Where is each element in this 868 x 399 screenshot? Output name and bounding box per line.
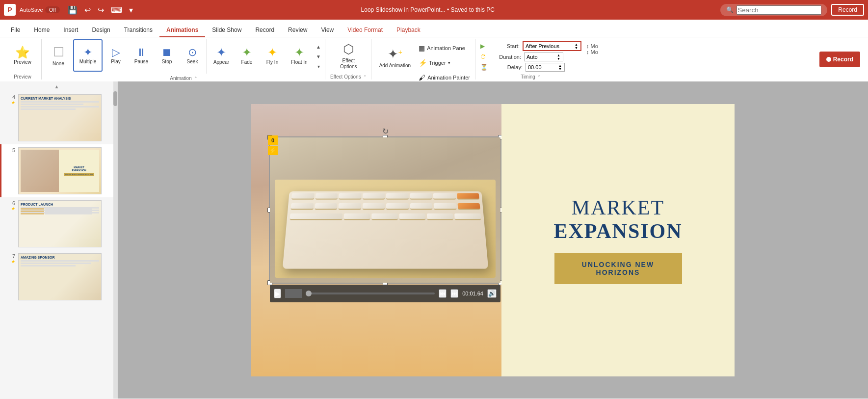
appear-animation-button[interactable]: ✦ Appear [209,39,234,72]
effect-options-group: ⬡ EffectOptions Effect Options ⌃ [326,39,371,80]
search-wrapper: 🔍 [720,4,827,16]
record-ribbon-button[interactable]: Record [819,52,860,67]
tab-view[interactable]: View [314,24,341,37]
advanced-animation-group: ✦+ Add Animation ▦ Animation Pane ⚡ Trig… [372,39,475,80]
tab-record[interactable]: Record [248,24,281,37]
fly-in-animation-button[interactable]: ✦ Fly In [260,39,285,72]
video-play-button[interactable]: ▶ [274,289,281,298]
autosave-toggle[interactable]: Off [45,6,60,13]
stop-icon: ⏹ [161,47,172,58]
delay-spin-down[interactable]: ▼ [558,67,562,71]
delay-value[interactable]: 00.00 ▲ ▼ [526,63,565,72]
tab-transitions[interactable]: Transitions [117,24,159,37]
slide-thumb-4[interactable]: 4 ★ CURRENT MARKET ANALYSIS [0,91,117,144]
animation-group-expand-icon[interactable]: ⌃ [194,76,198,81]
video-element[interactable]: ↻ [269,136,501,284]
start-spin-down[interactable]: ▼ [574,46,579,50]
save-button[interactable]: 💾 [66,4,79,16]
key-orange [457,203,480,210]
float-in-animation-button[interactable]: ✦ Float In [286,39,313,72]
scroll-down-button[interactable]: ▼ [314,52,323,61]
scrollbar-thumb[interactable] [113,91,117,106]
scroll-up-button[interactable]: ▲ [314,42,323,52]
video-volume-button[interactable]: 🔊 [487,289,497,298]
preview-button[interactable]: ⭐ Preview [8,40,37,72]
key [291,193,314,199]
duration-spin-up[interactable]: ▲ [556,53,561,57]
trigger-button[interactable]: ⚡ Trigger ▾ [417,56,472,70]
slide-canvas: 0 ⚡ ↻ [251,104,735,376]
duration-label: Duration: [489,54,521,60]
quick-access-button[interactable]: ⌨ [109,4,124,16]
tab-animations[interactable]: Animations [159,24,205,37]
more-timing-area: ↕ Mo ↕ Mo [586,39,598,80]
effect-options-expand-icon[interactable]: ⌃ [363,75,367,80]
customize-button[interactable]: ▾ [127,4,135,16]
preview-label: Preview [14,59,31,65]
key [371,213,398,219]
animation-badge-0: 0 [268,135,278,145]
duration-spin-down[interactable]: ▼ [556,57,561,60]
none-animation-button[interactable]: ☐ None [45,39,72,72]
title-bar: P AutoSave Off 💾 ↩ ↪ ⌨ ▾ Loop Slideshow … [0,0,868,20]
fade-icon: ✦ [242,47,252,58]
autosave-label: AutoSave [20,7,43,13]
effect-options-icon: ⬡ [343,42,354,57]
tab-file[interactable]: File [4,24,27,37]
record-dot-icon [826,57,831,62]
tab-playback[interactable]: Playback [390,24,427,37]
video-progress-thumb[interactable] [306,291,312,296]
tab-review[interactable]: Review [281,24,314,37]
search-input[interactable] [736,5,821,15]
pause-animation-button[interactable]: ⏸ Pause [129,39,154,72]
unlocking-button: UNLOCKING NEW HORIZONS [554,253,682,284]
delay-spin-up[interactable]: ▲ [558,64,562,67]
video-prev-frame-button[interactable]: ⏮ [439,289,447,298]
tab-video-format[interactable]: Video Format [341,24,390,37]
tab-home[interactable]: Home [27,24,56,37]
add-animation-button[interactable]: ✦+ Add Animation [375,41,415,74]
stop-animation-button[interactable]: ⏹ Stop [155,39,179,72]
record-title-bar-button[interactable]: Record [831,4,864,16]
record-area: Record [819,39,864,80]
redo-button[interactable]: ↪ [96,4,106,16]
key [290,203,314,210]
more-label: ↕ Mo [586,43,598,49]
start-spin-up[interactable]: ▲ [574,43,579,46]
slide-img-5: MARKET EXPANSION UNLOCKING NEW HORIZONS [18,147,102,194]
autosave-area: AutoSave Off [20,6,60,13]
tab-insert[interactable]: Insert [56,24,85,37]
tab-slideshow[interactable]: Slide Show [205,24,248,37]
undo-button[interactable]: ↩ [82,4,93,16]
key-row-3 [287,212,484,222]
slide-thumb-5[interactable]: 5 MARKET EXPANSION UNLOCKING NEW HORIZON… [0,144,117,197]
key [343,213,370,219]
slide-panel-scrollbar[interactable] [113,81,117,399]
market-expansion-title: MARKET EXPANSION [553,196,682,243]
fade-animation-button[interactable]: ✦ Fade [235,39,259,72]
scroll-more-button[interactable]: ▾ [314,61,323,71]
animation-badge-1: ⚡ [268,146,278,155]
timing-label-text: Timing [521,74,535,80]
start-value[interactable]: After Previous ▲ ▼ [523,41,581,51]
play-animation-button[interactable]: ▷ Play [104,39,128,72]
slide-star-6: ★ [11,206,15,211]
video-next-frame-button[interactable]: ⏭ [450,289,458,298]
duration-value[interactable]: Auto ▲ ▼ [524,53,563,61]
effect-options-button[interactable]: ⬡ EffectOptions [331,40,366,72]
play-icon: ▷ [112,47,120,58]
slide-panel-scroll-up[interactable]: ▲ [0,81,113,91]
slide-thumb-6[interactable]: 6 ★ PRODUCT LAUNCH [0,197,117,250]
duration-value-text: Auto [526,54,538,60]
slide-num-7: 7 [8,253,15,259]
preview-group: ⭐ Preview Preview [4,39,42,80]
timing-expand-icon[interactable]: ⌃ [537,75,541,80]
seek-animation-button[interactable]: ⊙ Seek [180,39,205,72]
slide-content-7: AMAZING SPONSOR [19,254,101,300]
video-progress-bar[interactable] [306,293,435,294]
slide-thumb-7[interactable]: 7 ★ AMAZING SPONSOR [0,250,117,303]
animation-pane-button[interactable]: ▦ Animation Pane [417,41,472,55]
multiple-animation-button[interactable]: ✦ Multiple [73,39,103,72]
main-area: ▲ 4 ★ CURRENT MARKET ANALYSIS [0,81,868,399]
tab-design[interactable]: Design [85,24,117,37]
